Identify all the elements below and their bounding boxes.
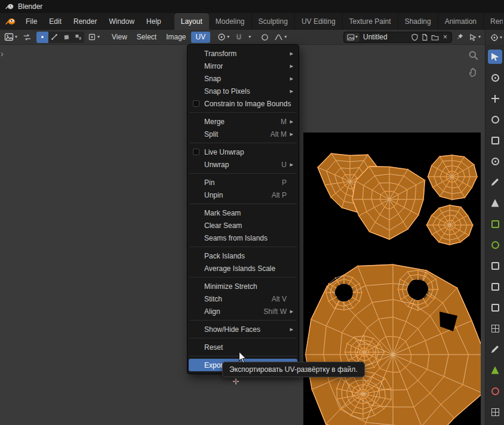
menu-edit[interactable]: Edit [43, 13, 67, 30]
app-menu-button[interactable] [1, 13, 20, 30]
select-box-tool[interactable] [488, 50, 502, 64]
pivot-point-dropdown[interactable]: ▾ [216, 32, 231, 43]
menu-item-snap[interactable]: Snap▸ [189, 72, 297, 85]
workspace-tab-shading[interactable]: Shading [398, 13, 438, 30]
menu-item-label: Snap to Pixels [204, 87, 287, 96]
face-select-icon [62, 33, 70, 41]
move-tool[interactable] [488, 91, 502, 106]
menu-file[interactable]: File [20, 13, 43, 30]
sidebar-toggle[interactable]: › [1, 48, 4, 58]
measure-tool[interactable] [488, 196, 502, 210]
image-name-value[interactable]: Untitled [359, 33, 410, 41]
scale-tool[interactable] [488, 133, 502, 147]
select-island-button[interactable] [72, 32, 84, 43]
menu-item-align[interactable]: AlignShift W▸ [189, 305, 297, 318]
menu-item-constrain-to-image-bounds[interactable]: Constrain to Image Bounds [189, 97, 297, 110]
menu-item-split[interactable]: SplitAlt M▸ [189, 128, 297, 140]
bevel-tool[interactable] [488, 300, 502, 315]
transform-tool[interactable] [488, 154, 502, 168]
menu-item-mirror[interactable]: Mirror▸ [189, 60, 297, 72]
snap-options-dropdown[interactable]: ▾ [247, 32, 253, 43]
sticky-selection-dropdown[interactable]: ▾ [86, 32, 102, 43]
icon-spacer [193, 295, 199, 302]
image-editor-icon [4, 32, 14, 42]
icon-spacer [193, 50, 199, 57]
extrude-tool[interactable] [488, 258, 502, 273]
select-vertex-button[interactable] [36, 32, 48, 43]
select-edge-button[interactable] [48, 32, 60, 43]
proportional-editing-button[interactable] [259, 32, 271, 43]
uv-island-face [305, 264, 481, 425]
editor-menu-uv[interactable]: UV [191, 32, 211, 43]
menu-item-label: Average Islands Scale [204, 264, 287, 273]
inset-tool[interactable] [488, 279, 502, 294]
menu-item-unwrap[interactable]: UnwrapU▸ [189, 158, 297, 171]
editor-type-button[interactable]: ▾ [2, 32, 19, 43]
workspace-tab-texture-paint[interactable]: Texture Paint [343, 13, 398, 30]
chevron-down-icon: ▾ [500, 35, 502, 40]
menu-item-stitch[interactable]: StitchAlt V [189, 292, 297, 305]
menu-item-pin[interactable]: PinP [189, 176, 297, 189]
menu-item-label: Merge [204, 118, 276, 126]
cursor-tool[interactable] [488, 70, 502, 85]
grid-tool[interactable] [488, 405, 502, 419]
workspace-tab-layout[interactable]: Layout [174, 13, 209, 30]
workspace-tab-uv-editing[interactable]: UV Editing [295, 13, 343, 30]
menu-item-average-islands-scale[interactable]: Average Islands Scale [189, 262, 297, 275]
menu-window[interactable]: Window [103, 13, 140, 30]
rotate-tool[interactable] [488, 112, 502, 127]
add-cube-tool[interactable] [488, 217, 502, 231]
checkbox[interactable] [193, 149, 199, 155]
menu-item-seams-from-islands[interactable]: Seams from Islands [189, 232, 297, 244]
uv-editor-menus: ViewSelectImageUV [107, 32, 210, 43]
menu-item-show-hide-faces[interactable]: Show/Hide Faces▸ [189, 323, 297, 335]
vertex-select-icon [38, 33, 47, 41]
pin-image-button[interactable] [454, 32, 466, 43]
falloff-dropdown[interactable]: ▾ [272, 32, 288, 43]
select-face-button[interactable] [60, 32, 72, 43]
open-image-button[interactable] [430, 33, 440, 41]
loop-cut-tool[interactable] [488, 321, 502, 335]
grid-tool-icon [491, 408, 499, 416]
menu-item-unpin[interactable]: UnpinAlt P [189, 189, 297, 201]
editor-menu-view[interactable]: View [107, 32, 132, 43]
poly-build-tool[interactable] [488, 363, 502, 377]
workspace-tab-animation[interactable]: Animation [438, 13, 484, 30]
menu-item-minimize-stretch[interactable]: Minimize Stretch [189, 280, 297, 292]
uv-sync-select-button[interactable] [21, 32, 33, 43]
browse-image-button[interactable]: ▾ [345, 33, 359, 42]
new-image-button[interactable] [420, 33, 430, 41]
knife-tool[interactable] [488, 342, 502, 356]
menu-item-label: Show/Hide Faces [204, 325, 287, 334]
menu-item-live-unwrap[interactable]: Live Unwrap [189, 146, 297, 158]
menu-help[interactable]: Help [140, 13, 167, 30]
workspace-tab-rendering[interactable]: Rendering [484, 13, 503, 30]
bevel-tool-icon [491, 304, 499, 312]
menu-item-transform[interactable]: Transform▸ [189, 47, 297, 60]
gizmo-dropdown[interactable]: ▾ [468, 32, 483, 43]
pan-gizmo[interactable] [467, 66, 480, 79]
menu-item-clear-seam[interactable]: Clear Seam [189, 219, 297, 232]
add-sphere-tool[interactable] [488, 238, 502, 252]
metaball-tool[interactable] [488, 384, 502, 398]
workspace-tab-modeling[interactable]: Modeling [209, 13, 252, 30]
menu-item-pack-islands[interactable]: Pack Islands [189, 250, 297, 262]
zoom-gizmo[interactable] [467, 49, 480, 62]
submenu-arrow-icon: ▸ [287, 75, 293, 82]
menu-item-mark-seam[interactable]: Mark Seam [189, 207, 297, 219]
menu-item-snap-to-pixels[interactable]: Snap to Pixels▸ [189, 85, 297, 97]
snap-toggle-button[interactable] [233, 32, 245, 43]
measure-tool-icon [491, 199, 499, 207]
annotate-tool[interactable] [488, 175, 502, 189]
uv-image-canvas[interactable] [303, 133, 481, 425]
editor-menu-image[interactable]: Image [161, 32, 190, 43]
unlink-image-button[interactable]: × [440, 33, 450, 41]
editor-menu-select[interactable]: Select [132, 32, 161, 43]
properties-editor-type-button[interactable]: ▾ [488, 32, 504, 43]
properties-editor-header: ▾ [485, 30, 504, 45]
fake-user-button[interactable] [410, 33, 420, 41]
menu-item-merge[interactable]: MergeM▸ [189, 115, 297, 128]
workspace-tab-sculpting[interactable]: Sculpting [252, 13, 295, 30]
checkbox[interactable] [193, 100, 199, 107]
menu-render[interactable]: Render [67, 13, 103, 30]
